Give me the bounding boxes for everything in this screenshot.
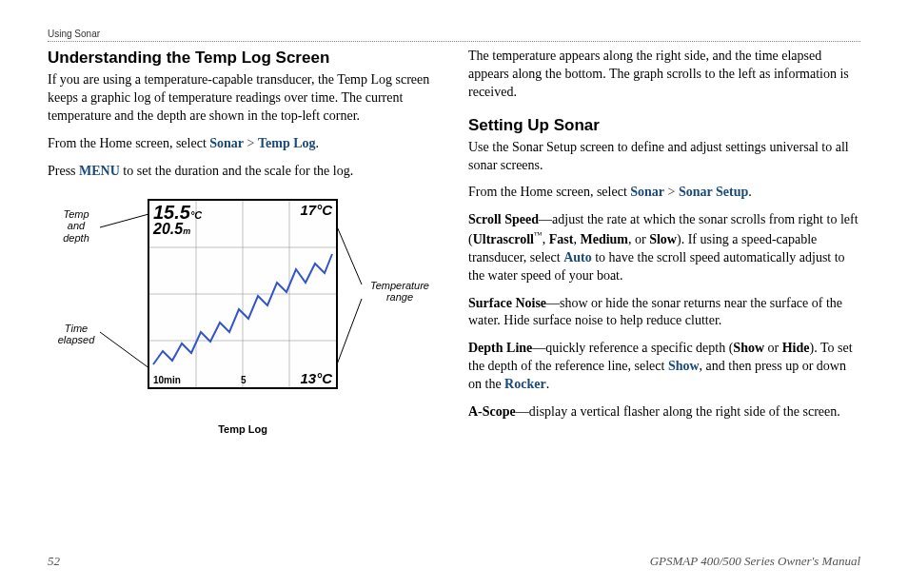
- page-footer: 52 GPSMAP 400/500 Series Owner's Manual: [48, 554, 860, 569]
- svg-line-0: [100, 213, 152, 227]
- link-menu: MENU: [79, 164, 120, 178]
- opt-a-scope: A-Scope—display a vertical flasher along…: [468, 403, 860, 421]
- scr-y-bot: 13°C: [300, 371, 332, 385]
- setup-nav: From the Home screen, select Sonar > Son…: [468, 184, 860, 202]
- page-number: 52: [48, 554, 60, 569]
- right-column: The temperature appears along the right …: [468, 48, 860, 437]
- figure-templog: Temp and depth Time elapsed Temperature …: [48, 189, 440, 437]
- link-rocker: Rocker: [504, 377, 546, 391]
- templog-continued: The temperature appears along the right …: [468, 48, 860, 102]
- heading-setup: Setting Up Sonar: [468, 115, 860, 137]
- heading-templog: Understanding the Temp Log Screen: [48, 48, 440, 69]
- link-templog: Temp Log: [258, 136, 316, 150]
- figure-caption: Temp Log: [148, 422, 338, 437]
- scr-depth: 20.5m: [153, 222, 190, 237]
- scr-x-left: 10min: [153, 376, 181, 385]
- section-label: Using Sonar: [48, 29, 100, 39]
- link-sonar2: Sonar: [630, 185, 664, 199]
- scr-temp: 15.5°C: [153, 203, 202, 222]
- left-column: Understanding the Temp Log Screen If you…: [48, 48, 440, 437]
- opt-surface-noise: Surface Noise—show or hide the sonar ret…: [468, 295, 860, 331]
- opt-scroll-speed: Scroll Speed—adjust the rate at which th…: [468, 211, 860, 284]
- manual-title: GPSMAP 400/500 Series Owner's Manual: [650, 554, 860, 569]
- setup-intro: Use the Sonar Setup screen to define and…: [468, 139, 860, 175]
- page-header: Using Sonar: [48, 29, 860, 42]
- templog-menu: Press MENU to set the duration and the s…: [48, 163, 440, 181]
- opt-depth-line: Depth Line—quickly reference a specific …: [468, 340, 860, 394]
- link-sonar: Sonar: [209, 136, 244, 150]
- templog-intro: If you are using a temperature-capable t…: [48, 71, 440, 126]
- scr-y-top: 17°C: [300, 203, 332, 217]
- templog-screen: 15.5°C 20.5m 17°C 13°C 10min 5: [148, 199, 338, 389]
- link-show: Show: [668, 359, 700, 373]
- link-sonar-setup: Sonar Setup: [679, 185, 748, 199]
- templog-nav: From the Home screen, select Sonar > Tem…: [48, 135, 440, 153]
- scr-x-mid: 5: [241, 376, 247, 385]
- link-auto: Auto: [563, 250, 592, 265]
